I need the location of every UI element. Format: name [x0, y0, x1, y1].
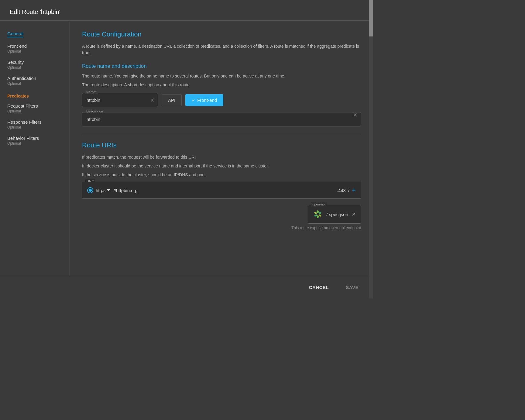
uri-path: / [348, 188, 349, 193]
uri-port: :443 [337, 188, 346, 193]
uri-add-icon[interactable]: + [352, 186, 356, 194]
name-clear-icon[interactable]: ✕ [150, 97, 154, 103]
uri-desc2: In docker cluster it should be the servi… [82, 163, 361, 169]
section-title: Route Configuration [82, 30, 361, 38]
sidebar-item-general[interactable]: General [0, 28, 70, 40]
dialog-footer: CANCEL SAVE [0, 276, 373, 298]
save-button[interactable]: SAVE [341, 282, 363, 292]
frontend-button[interactable]: ✓ Front-end [185, 94, 223, 106]
uri-desc3: If the service is outside the cluster, s… [82, 172, 361, 178]
openapi-close-icon[interactable]: ✕ [352, 212, 356, 217]
uri-host: ://httpbin.org [112, 188, 335, 193]
uri-radio[interactable] [87, 187, 93, 193]
dialog-title: Edit Route 'httpbin' [0, 0, 373, 21]
edit-route-dialog: Edit Route 'httpbin' General Front end O… [0, 0, 373, 298]
uri-scheme-text: https [96, 188, 106, 193]
openapi-label: open-api [311, 202, 327, 206]
frontend-button-label: Front-end [197, 98, 217, 103]
uri-desc1: If predicates match, the request will be… [82, 154, 361, 160]
sidebar-predicates-label: Predicates [0, 89, 70, 100]
sidebar-item-front-end[interactable]: Front end Optional [0, 40, 70, 57]
uri-scheme-select[interactable]: https [96, 188, 110, 193]
uri-label: URI* [85, 179, 95, 183]
name-desc1: The route name. You can give the same na… [82, 73, 361, 79]
name-field-group: Name* ✕ API ✓ Front-end [82, 93, 361, 107]
openapi-path: / spec.json [326, 212, 348, 217]
uri-field-wrapper: URI* https ://httpbin.org :443 / + [82, 182, 361, 199]
api-button[interactable]: API [162, 94, 182, 106]
svg-point-1 [317, 210, 319, 213]
sidebar-item-authentication[interactable]: Authentication Optional [0, 73, 70, 89]
cancel-button[interactable]: CANCEL [304, 282, 334, 292]
dialog-body: General Front end Optional Security Opti… [0, 21, 373, 276]
name-input[interactable] [82, 93, 158, 107]
openapi-box: open-api / spec.json ✕ [308, 205, 361, 224]
uri-section-title: Route URIs [82, 141, 361, 149]
openapi-icon [313, 209, 323, 219]
radio-inner [89, 189, 92, 192]
openapi-hint: This route expose an open-api endpoint [291, 225, 361, 230]
section-divider [82, 134, 361, 134]
chevron-down-icon [107, 189, 110, 191]
sidebar-item-security[interactable]: Security Optional [0, 57, 70, 73]
description-clear-icon[interactable]: ✕ [353, 112, 357, 118]
sidebar-item-request-filters[interactable]: Request Filters Optional [0, 100, 70, 116]
description-label: Description [85, 109, 104, 113]
section-desc: A route is defined by a name, a destinat… [82, 43, 361, 56]
sidebar-item-behavior-filters[interactable]: Behavior Filters Optional [0, 133, 70, 149]
scrollbar-thumb[interactable] [369, 21, 373, 36]
sidebar: General Front end Optional Security Opti… [0, 21, 70, 276]
name-label: Name* [85, 90, 98, 94]
name-desc2: The route description. A short descripti… [82, 82, 361, 88]
sidebar-item-response-filters[interactable]: Response Filters Optional [0, 116, 70, 133]
svg-point-4 [317, 215, 319, 218]
name-input-wrapper: Name* ✕ [82, 93, 158, 107]
description-wrapper: Description ✕ [82, 112, 361, 126]
scrollbar-track[interactable] [369, 21, 373, 276]
description-input[interactable] [82, 112, 361, 126]
checkmark-icon: ✓ [192, 98, 195, 103]
main-content: Route Configuration A route is defined b… [70, 21, 373, 276]
subsection-name-title: Route name and description [82, 63, 361, 69]
svg-point-7 [317, 213, 319, 215]
